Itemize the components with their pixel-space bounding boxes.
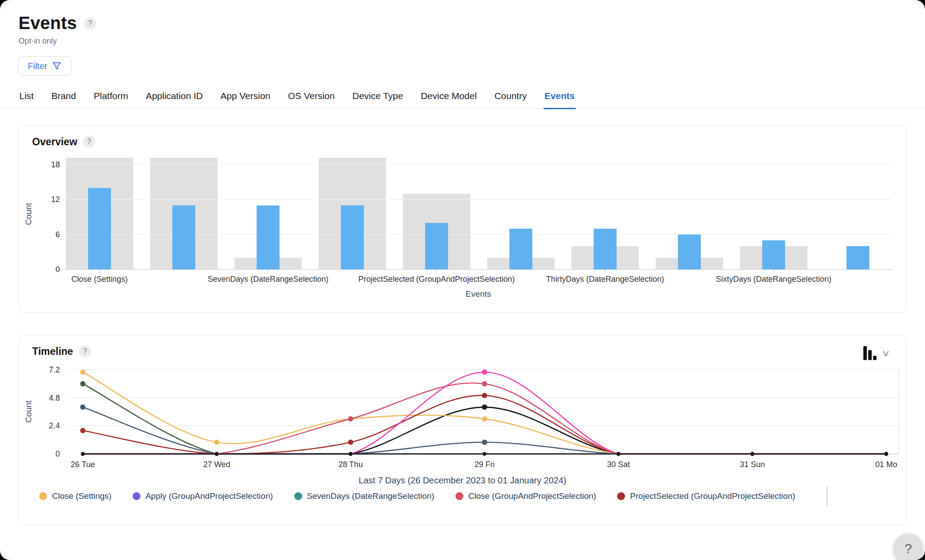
tab-events[interactable]: Events xyxy=(544,88,576,109)
svg-text:28 Thu: 28 Thu xyxy=(338,460,363,469)
timeline-help-icon[interactable]: ? xyxy=(79,345,91,357)
overview-help-icon[interactable]: ? xyxy=(83,136,95,148)
legend-label: Close (GroupAndProjectSelection) xyxy=(468,491,596,501)
legend-item-4[interactable]: ProjectSelected (GroupAndProjectSelectio… xyxy=(617,491,795,501)
legend-dot xyxy=(617,492,625,500)
filter-funnel-icon xyxy=(52,61,62,71)
svg-text:0: 0 xyxy=(56,265,60,274)
timeline-legend: Close (Settings)Apply (GroupAndProjectSe… xyxy=(39,491,795,501)
legend-item-2[interactable]: SevenDays (DateRangeSelection) xyxy=(294,491,434,501)
svg-text:SixtyDays (DateRangeSelection): SixtyDays (DateRangeSelection) xyxy=(716,275,831,284)
svg-text:7.2: 7.2 xyxy=(49,365,60,374)
svg-text:4.8: 4.8 xyxy=(49,394,60,402)
svg-text:18: 18 xyxy=(51,160,60,169)
chevron-down-icon[interactable]: ∨ xyxy=(881,348,890,358)
svg-text:30 Sat: 30 Sat xyxy=(607,460,630,469)
timeline-title: Timeline xyxy=(32,346,73,357)
legend-dot xyxy=(39,492,47,500)
tab-device-type[interactable]: Device Type xyxy=(352,88,404,109)
floating-help-button[interactable]: ? xyxy=(893,534,923,560)
svg-text:0: 0 xyxy=(56,449,60,458)
svg-text:6: 6 xyxy=(56,230,60,239)
svg-text:ProjectSelected (GroupAndProje: ProjectSelected (GroupAndProjectSelectio… xyxy=(359,275,515,284)
svg-text:ThirtyDays (DateRangeSelection: ThirtyDays (DateRangeSelection) xyxy=(546,275,664,284)
filter-button-label: Filter xyxy=(28,61,47,71)
svg-text:Count: Count xyxy=(24,203,33,225)
tab-os-version[interactable]: OS Version xyxy=(287,88,336,109)
svg-text:26 Tue: 26 Tue xyxy=(70,460,95,469)
svg-text:12: 12 xyxy=(51,195,60,204)
tab-platform[interactable]: Platform xyxy=(93,88,129,109)
opt-in-subtitle: Opt-in only xyxy=(18,37,906,46)
overview-title: Overview xyxy=(32,136,77,148)
timeline-card: Timeline ? ∨ 02.44.87.226 Tue27 Wed28 Th… xyxy=(18,335,906,525)
svg-text:Count: Count xyxy=(24,400,33,423)
legend-dot xyxy=(455,492,463,500)
page-title: Events xyxy=(18,13,77,33)
legend-label: SevenDays (DateRangeSelection) xyxy=(307,491,434,501)
svg-text:Events: Events xyxy=(466,289,491,298)
svg-text:27 Wed: 27 Wed xyxy=(203,460,230,469)
page-header: Events ? Opt-in only Filter xyxy=(0,0,925,76)
legend-label: ProjectSelected (GroupAndProjectSelectio… xyxy=(630,491,795,501)
overview-bar-chart: 061218Close (Settings)SevenDays (DateRan… xyxy=(19,126,906,311)
page-help-icon[interactable]: ? xyxy=(84,17,96,29)
timeline-caption: Last 7 Days (26 December 2023 to 01 Janu… xyxy=(19,475,906,486)
tab-bar: ListBrandPlatformApplication IDApp Versi… xyxy=(0,88,925,109)
timeline-line-chart: 02.44.87.226 Tue27 Wed28 Thu29 Fri30 Sat… xyxy=(19,335,906,474)
legend-item-0[interactable]: Close (Settings) xyxy=(39,491,111,501)
legend-item-1[interactable]: Apply (GroupAndProjectSelection) xyxy=(133,491,273,501)
tab-application-id[interactable]: Application ID xyxy=(145,88,204,109)
filter-button[interactable]: Filter xyxy=(18,56,71,76)
svg-text:01 Mo: 01 Mo xyxy=(875,460,897,469)
legend-dot xyxy=(294,492,302,500)
tab-device-model[interactable]: Device Model xyxy=(420,88,477,109)
svg-text:SevenDays (DateRangeSelection): SevenDays (DateRangeSelection) xyxy=(208,275,329,284)
tab-brand[interactable]: Brand xyxy=(51,88,77,109)
tab-list[interactable]: List xyxy=(18,88,35,109)
svg-text:31 Sun: 31 Sun xyxy=(740,460,765,469)
tab-country[interactable]: Country xyxy=(493,88,528,109)
legend-label: Apply (GroupAndProjectSelection) xyxy=(145,491,273,501)
legend-item-3[interactable]: Close (GroupAndProjectSelection) xyxy=(455,491,596,501)
legend-dot xyxy=(133,492,141,500)
svg-text:Close (Settings): Close (Settings) xyxy=(71,275,128,284)
tab-app-version[interactable]: App Version xyxy=(220,88,271,109)
legend-label: Close (Settings) xyxy=(52,491,111,501)
events-page: Events ? Opt-in only Filter ListBrandPla… xyxy=(0,0,925,560)
bar-chart-icon[interactable] xyxy=(862,345,877,361)
svg-text:2.4: 2.4 xyxy=(49,421,60,430)
legend-scrollbar[interactable] xyxy=(826,486,828,506)
svg-text:29 Fri: 29 Fri xyxy=(474,460,495,469)
overview-card: Overview ? 061218Close (Settings)SevenDa… xyxy=(18,125,906,313)
